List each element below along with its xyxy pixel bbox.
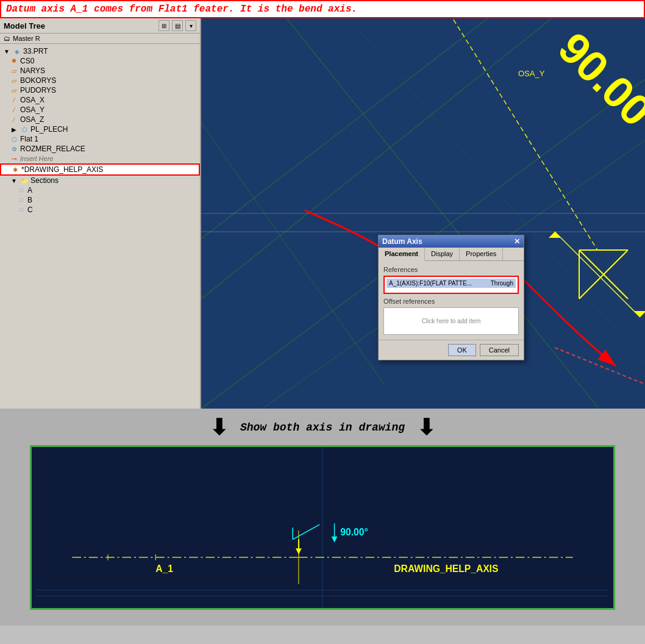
svg-text:90.00°: 90.00° xyxy=(340,527,368,537)
bottom-section: ⬇ Show both axis in drawing ⬇ xyxy=(0,409,645,626)
datum-axis-dialog: Datum Axis ✕ Placement Display Propertie… xyxy=(378,235,524,360)
feature-icon: ⬡ xyxy=(20,125,29,134)
tree-item-label: OSA_X xyxy=(20,96,45,104)
reference-constraint: Through xyxy=(491,280,513,287)
tree-item-label: C xyxy=(27,206,33,214)
down-arrow-left: ⬇ xyxy=(210,415,228,440)
tree-item-label: Sections xyxy=(30,176,59,185)
svg-text:DRAWING_HELP_AXIS: DRAWING_HELP_AXIS xyxy=(394,564,498,574)
offset-box: Click here to add item xyxy=(383,307,519,335)
annotation-text: Show both axis in drawing xyxy=(240,421,405,434)
tree-item-label: 33.PRT xyxy=(23,47,48,55)
svg-text:OSA_Y: OSA_Y xyxy=(518,69,545,78)
tree-icons: ⊞ ▤ ▾ xyxy=(159,20,196,31)
dialog-close-button[interactable]: ✕ xyxy=(514,237,520,246)
tree-item-insert-here[interactable]: → Insert Here xyxy=(0,154,200,163)
section-icon: □ xyxy=(17,186,26,195)
dialog-titlebar: Datum Axis ✕ xyxy=(379,235,524,248)
tree-header: Model Tree ⊞ ▤ ▾ xyxy=(0,18,200,34)
part-icon: ◈ xyxy=(13,47,21,55)
section-icon: □ xyxy=(17,196,26,204)
main-area: Model Tree ⊞ ▤ ▾ 🗂 Master R ▼ ◈ 33.PRT ✱… xyxy=(0,18,645,409)
tree-items: ▼ ◈ 33.PRT ✱ CS0 ▱ NARYS ▱ BOKORYS ▱ xyxy=(0,44,200,217)
tree-item-osa-x[interactable]: ∕ OSA_X xyxy=(0,95,200,105)
ok-button[interactable]: OK xyxy=(448,344,476,356)
drawing-canvas: 90.00° A_1 DRAWING_HELP_AXIS xyxy=(32,447,613,608)
tree-item-section-c[interactable]: □ C xyxy=(0,205,200,215)
tree-item-label: *DRAWING_HELP_AXIS xyxy=(21,165,103,174)
tree-item-pl-plech[interactable]: ▶ ⬡ PL_PLECH xyxy=(0,124,200,134)
svg-text:A_1: A_1 xyxy=(155,564,173,574)
expand-icon: ▼ xyxy=(2,47,11,55)
dialog-body: References A_1(AXIS):F10(FLAT PATTE... T… xyxy=(379,261,524,340)
tab-display[interactable]: Display xyxy=(425,248,460,260)
top-annotation-bar: Datum axis A_1 comes from Flat1 feater. … xyxy=(0,0,645,18)
axis-icon: ∕ xyxy=(10,106,18,114)
tree-item-label: NARYS xyxy=(20,66,45,75)
dialog-footer: OK Cancel xyxy=(379,340,524,360)
tree-item-bokorys[interactable]: ▱ BOKORYS xyxy=(0,76,200,85)
references-box: A_1(AXIS):F10(FLAT PATTE... Through xyxy=(383,276,519,294)
master-rep-bar: 🗂 Master R xyxy=(0,34,200,44)
plane-icon: ▱ xyxy=(10,76,18,85)
plane-icon: ▱ xyxy=(10,66,18,75)
tree-item-flat1[interactable]: ⬡ Flat 1 xyxy=(0,134,200,144)
tree-item-label: A xyxy=(27,186,32,195)
feature-icon: ⬡ xyxy=(10,135,18,143)
tree-title: Model Tree xyxy=(4,21,45,30)
plane-icon: ▱ xyxy=(10,86,18,95)
annotation-row: ⬇ Show both axis in drawing ⬇ xyxy=(6,415,639,440)
tree-item-cs0[interactable]: ✱ CS0 xyxy=(0,56,200,66)
tree-item-label: PL_PLECH xyxy=(30,125,68,134)
click-add-item-text: Click here to add item xyxy=(422,318,481,324)
axis-icon: ✱ xyxy=(11,165,20,174)
offset-label: Offset references xyxy=(383,298,519,305)
tree-item-section-b[interactable]: □ B xyxy=(0,195,200,205)
tree-item-narys[interactable]: ▱ NARYS xyxy=(0,66,200,76)
tree-item-label: PUDORYS xyxy=(20,86,56,95)
axis-icon: ∕ xyxy=(10,96,18,104)
tree-icon-btn-2[interactable]: ▤ xyxy=(172,20,183,31)
cad-viewport: OSA_Y 90.00 Display Properties Datum A xyxy=(201,18,645,409)
drawing-view: 90.00° A_1 DRAWING_HELP_AXIS xyxy=(30,445,615,610)
tree-item-label: OSA_Z xyxy=(20,115,44,124)
tree-item-osa-z[interactable]: ∕ OSA_Z xyxy=(0,115,200,124)
expand-icon: ▼ xyxy=(10,176,18,185)
reference-item[interactable]: A_1(AXIS):F10(FLAT PATTE... Through xyxy=(387,279,516,288)
section-icon: □ xyxy=(17,206,26,214)
insert-arrow-icon: → xyxy=(10,154,18,163)
tree-item-label: BOKORYS xyxy=(20,76,56,85)
tab-placement[interactable]: Placement xyxy=(379,248,425,261)
cancel-button[interactable]: Cancel xyxy=(480,344,519,356)
folder-icon: 📁 xyxy=(20,176,29,185)
feature-icon: ⚙ xyxy=(10,145,18,153)
down-arrow-right: ⬇ xyxy=(417,415,435,440)
tree-item-label: OSA_Y xyxy=(20,106,45,114)
tab-properties[interactable]: Properties xyxy=(460,248,503,260)
tree-item-rozmer[interactable]: ⚙ ROZMER_RELACE xyxy=(0,144,200,154)
expand-icon: ▶ xyxy=(10,125,18,134)
references-label: References xyxy=(383,266,519,273)
tree-item-sections[interactable]: ▼ 📁 Sections xyxy=(0,176,200,185)
model-tree-panel: Model Tree ⊞ ▤ ▾ 🗂 Master R ▼ ◈ 33.PRT ✱… xyxy=(0,18,201,409)
tree-item-pudorys[interactable]: ▱ PUDORYS xyxy=(0,85,200,95)
tree-item-label: Flat 1 xyxy=(20,135,38,143)
tree-item-section-a[interactable]: □ A xyxy=(0,185,200,195)
tree-item-label: B xyxy=(27,196,32,204)
axis-icon: ∕ xyxy=(10,115,18,124)
tree-item-label: CS0 xyxy=(20,57,34,65)
master-rep-icon: 🗂 xyxy=(4,35,10,42)
reference-text: A_1(AXIS):F10(FLAT PATTE... xyxy=(389,280,472,287)
cs-icon: ✱ xyxy=(10,57,18,65)
tree-item-label: Insert Here xyxy=(20,155,53,162)
tree-item-label: ROZMER_RELACE xyxy=(20,145,85,153)
tree-item-drawing-help-axis[interactable]: ✱ *DRAWING_HELP_AXIS xyxy=(0,163,200,176)
tree-item-root[interactable]: ▼ ◈ 33.PRT xyxy=(0,46,200,56)
dialog-tabs: Placement Display Properties xyxy=(379,248,524,261)
tree-icon-btn-1[interactable]: ⊞ xyxy=(159,20,169,31)
tree-icon-btn-3[interactable]: ▾ xyxy=(185,20,196,31)
master-rep-label: Master R xyxy=(13,35,40,42)
tree-item-osa-y[interactable]: ∕ OSA_Y xyxy=(0,105,200,115)
dialog-title: Datum Axis xyxy=(382,237,422,246)
